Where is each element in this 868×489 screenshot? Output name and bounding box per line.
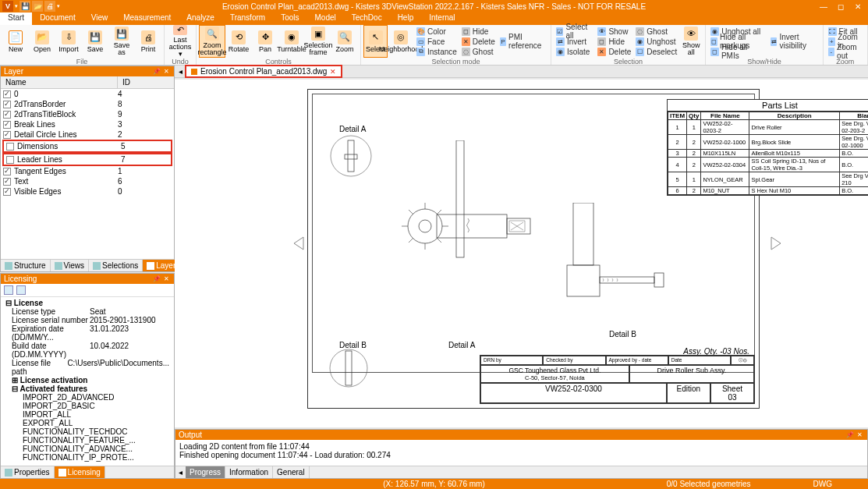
layer-checkbox[interactable]	[3, 168, 11, 175]
zoom-rectangle-button[interactable]: 🔍Zoom rectangle	[199, 25, 225, 58]
selmode-face[interactable]: ▭Face	[416, 37, 457, 47]
rotate-button[interactable]: ⟲Rotate	[225, 25, 252, 58]
layer-row[interactable]: Visible Edges0	[1, 186, 174, 197]
pin-icon[interactable]: 📌	[151, 275, 162, 282]
selmode-instance[interactable]: ⧉Instance	[416, 47, 457, 57]
layer-row[interactable]: 2dTransTitleBlock9	[1, 109, 174, 119]
tab-tools[interactable]: Tools	[273, 12, 306, 25]
lic-features[interactable]: ⊟ Activated features	[2, 384, 172, 393]
sel-selectall[interactable]: ☑Select all	[556, 27, 593, 37]
app-menu-dropdown-icon[interactable]: ▾	[15, 3, 18, 9]
qat-print-icon[interactable]: 🖨	[44, 1, 55, 12]
selmode-pmi[interactable]: PPMI reference	[500, 37, 546, 47]
close-button[interactable]: ✕	[852, 2, 863, 11]
tab-internal[interactable]: Internal	[421, 12, 462, 25]
tab-selections[interactable]: Selections	[89, 260, 143, 271]
layer-row[interactable]: 2dTransBorder8	[1, 99, 174, 109]
selmode-hide[interactable]: ◻Hide	[462, 27, 495, 37]
prev-tab-icon[interactable]: ◂	[176, 67, 185, 76]
col-id[interactable]: ID	[118, 76, 174, 88]
tab-analyze[interactable]: Analyze	[179, 12, 222, 25]
lic-root[interactable]: ⊟ License	[2, 299, 172, 307]
pin-icon[interactable]: 📌	[845, 431, 856, 438]
select-button[interactable]: ↖Select	[363, 25, 388, 58]
tab-measurement[interactable]: Measurement	[115, 12, 179, 25]
tab-start[interactable]: Start	[0, 12, 32, 25]
col-name[interactable]: Name	[1, 76, 118, 88]
nav-arrow-right-icon[interactable]	[767, 236, 783, 251]
selmode-ghost[interactable]: ◌Ghost	[462, 47, 495, 57]
tab-document[interactable]: Document	[32, 12, 83, 25]
selmode-color[interactable]: 🎨Color	[416, 27, 457, 37]
tab-view[interactable]: View	[83, 12, 116, 25]
output-panel-header[interactable]: Output📌✕	[175, 430, 867, 440]
layer-row[interactable]: Tangent Edges1	[1, 166, 174, 176]
pin-icon[interactable]: 📌	[151, 68, 162, 75]
document-tab[interactable]: Erosion Control Plan_acad2013.dwg ✕	[185, 65, 342, 78]
turntable-button[interactable]: ◉Turntable	[278, 25, 305, 58]
layer-checkbox[interactable]	[3, 121, 11, 129]
tab-licensing[interactable]: Licensing	[55, 466, 105, 478]
layer-checkbox[interactable]	[3, 178, 11, 186]
print-button[interactable]: 🖨Print	[135, 25, 161, 58]
qat-open-icon[interactable]: 📂	[32, 1, 43, 12]
sh-invert[interactable]: ⇄Invert visibility	[771, 37, 818, 47]
zoom-button[interactable]: 🔍Zoom	[331, 25, 358, 58]
layer-checkbox[interactable]	[3, 131, 11, 139]
sel-invert[interactable]: ⇄Invert	[556, 37, 593, 47]
layer-checkbox[interactable]	[3, 188, 11, 196]
new-button[interactable]: 📄New	[2, 25, 29, 58]
layer-row[interactable]: 04	[1, 89, 174, 99]
layer-row[interactable]: Dimensions5	[2, 140, 172, 153]
drawing-viewport[interactable]: Detail A Detail B Detail A Detail B	[175, 80, 868, 427]
tab-transform[interactable]: Transform	[222, 12, 273, 25]
open-button[interactable]: 📂Open	[29, 25, 55, 58]
tab-information[interactable]: Information	[225, 466, 273, 478]
layer-row[interactable]: Leader Lines7	[2, 153, 172, 166]
tab-help[interactable]: Help	[390, 12, 422, 25]
close-icon[interactable]: ✕	[162, 275, 171, 282]
layer-checkbox[interactable]	[6, 143, 14, 151]
tab-general[interactable]: General	[273, 466, 310, 478]
nav-arrow-left-icon[interactable]	[292, 236, 307, 251]
qat-save-icon[interactable]: 💾	[19, 1, 30, 12]
show-all-button[interactable]: 👁Show all	[679, 25, 703, 58]
prev-icon[interactable]: ◂	[175, 466, 186, 478]
close-tab-icon[interactable]: ✕	[330, 68, 336, 76]
sel-deselect[interactable]: ☐Deselect	[636, 47, 677, 57]
lic-activation[interactable]: ⊞ License activation	[2, 376, 172, 384]
sel-delete[interactable]: ✕Delete	[597, 47, 631, 57]
layer-checkbox[interactable]	[3, 101, 11, 108]
save-button[interactable]: 💾Save	[82, 25, 108, 58]
import-button[interactable]: ⇩Import	[55, 25, 82, 58]
lic-btn-1[interactable]	[4, 285, 13, 295]
close-icon[interactable]: ✕	[162, 68, 171, 75]
last-actions-button[interactable]: ↶Last actions ▾	[167, 25, 193, 58]
minimize-button[interactable]: —	[818, 2, 829, 11]
tab-progress[interactable]: Progress	[186, 466, 225, 478]
tab-structure[interactable]: Structure	[1, 260, 51, 271]
sel-isolate[interactable]: ◉Isolate	[556, 47, 593, 57]
sel-hide[interactable]: ◻Hide	[597, 37, 631, 47]
lic-btn-2[interactable]	[16, 285, 26, 295]
layer-checkbox[interactable]	[6, 156, 14, 164]
layer-panel-header[interactable]: Layer📌✕	[1, 66, 174, 76]
selmode-delete[interactable]: ✕Delete	[462, 37, 495, 47]
sel-unghost[interactable]: ◉Unghost	[636, 37, 677, 47]
save-as-button[interactable]: 💾Save as	[108, 25, 135, 58]
sel-ghost[interactable]: ◌Ghost	[636, 27, 677, 37]
layer-row[interactable]: Detail Circle Lines2	[1, 129, 174, 140]
neighborhood-button[interactable]: ◎Neighborhood	[388, 25, 414, 58]
tab-techdoc[interactable]: TechDoc	[344, 12, 390, 25]
tab-views[interactable]: Views	[51, 260, 90, 271]
sel-show[interactable]: 👁Show	[597, 27, 631, 37]
pan-button[interactable]: ✥Pan	[252, 25, 278, 58]
zoom-out[interactable]: -Zoom out	[828, 47, 863, 57]
layer-row[interactable]: Text6	[1, 176, 174, 186]
sh-hidepmi[interactable]: ◻Hide all PMIs	[710, 47, 766, 57]
licensing-panel-header[interactable]: Licensing📌✕	[1, 274, 174, 284]
selection-frame-button[interactable]: ▣Selection frame	[305, 25, 331, 58]
close-icon[interactable]: ✕	[856, 431, 864, 438]
maximize-button[interactable]: ◻	[835, 2, 846, 11]
tab-properties[interactable]: Properties	[1, 466, 55, 478]
